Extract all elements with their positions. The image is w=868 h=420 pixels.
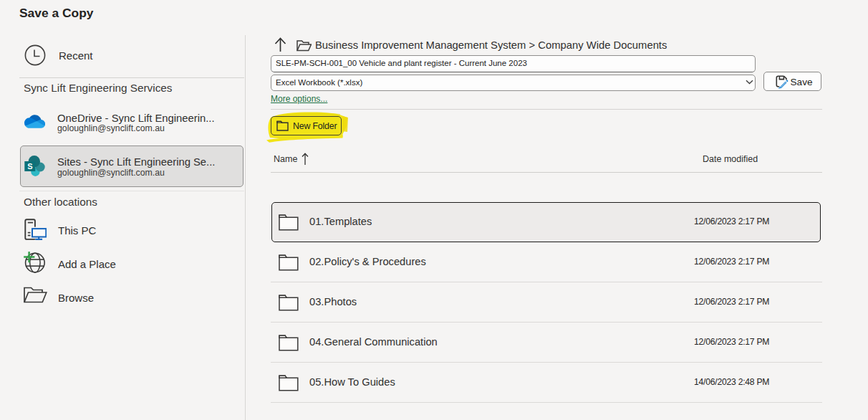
svg-text:S: S xyxy=(27,162,32,171)
